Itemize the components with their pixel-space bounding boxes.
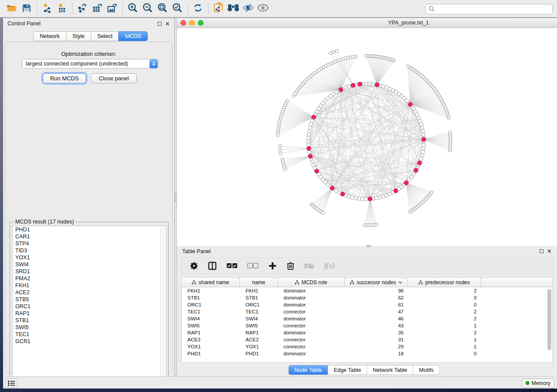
mcds-hub-node[interactable] (307, 146, 311, 151)
mcds-result-item[interactable]: GCR1 (13, 338, 166, 345)
table-cell[interactable]: dominator (278, 301, 345, 308)
import-table-button[interactable] (55, 2, 69, 16)
ring-node[interactable] (420, 126, 424, 129)
table-cell[interactable]: connector (278, 322, 345, 329)
table-cell[interactable]: 1 (408, 322, 481, 329)
select-all-columns-button[interactable] (226, 263, 238, 269)
ring-node[interactable] (421, 150, 425, 154)
ring-node[interactable] (307, 136, 310, 140)
table-cell[interactable]: connector (278, 343, 345, 350)
leaf-node[interactable] (364, 54, 367, 57)
leaf-node[interactable] (406, 65, 409, 68)
table-row[interactable]: FKH1FKH1dominator962 (182, 287, 552, 294)
add-column-button[interactable] (268, 261, 277, 270)
mcds-list-scrollbar[interactable] (160, 227, 166, 382)
zoom-in-button[interactable] (125, 2, 140, 16)
leaf-node[interactable] (279, 152, 282, 155)
mcds-hub-node[interactable] (394, 189, 398, 193)
table-cell[interactable]: 2 (408, 329, 481, 336)
leaf-node[interactable] (448, 131, 451, 134)
memory-button[interactable]: Memory (522, 378, 554, 388)
ring-node[interactable] (354, 196, 357, 200)
table-cell[interactable]: FKH1 (240, 287, 278, 294)
table-cell[interactable]: SWI5 (240, 322, 278, 329)
leaf-node[interactable] (284, 168, 287, 171)
table-cell[interactable]: connector (278, 308, 345, 315)
mcds-result-item[interactable]: TID3 (13, 247, 166, 254)
run-mcds-button[interactable]: Run MCDS (43, 73, 86, 83)
tab-select[interactable]: Select (91, 31, 119, 41)
mcds-result-item[interactable]: PMA2 (13, 275, 166, 282)
table-cell[interactable]: TEC1 (240, 308, 278, 315)
refresh-button[interactable] (190, 2, 205, 16)
table-cell[interactable]: SWI4 (240, 315, 278, 322)
tab-mcds[interactable]: MCDS (118, 31, 148, 41)
mcds-hub-node[interactable] (339, 88, 343, 92)
ring-node[interactable] (309, 123, 313, 126)
mcds-result-item[interactable]: SRD1 (13, 268, 166, 275)
mcds-hub-node[interactable] (422, 138, 426, 142)
table-cell[interactable]: YOX1 (240, 343, 278, 350)
mcds-hub-node[interactable] (341, 192, 345, 196)
deselect-all-columns-button[interactable] (247, 263, 259, 269)
leaf-node[interactable] (335, 49, 338, 52)
zoom-out-button[interactable] (140, 2, 155, 16)
table-cell[interactable]: RAP1 (182, 329, 240, 336)
mcds-hub-node[interactable] (351, 83, 356, 88)
table-cell[interactable]: dominator (278, 350, 345, 357)
ring-node[interactable] (371, 83, 375, 86)
table-cell[interactable]: FKH1 (182, 287, 240, 294)
mcds-result-item[interactable]: TEC1 (13, 331, 166, 338)
table-cell[interactable]: YOX1 (182, 343, 240, 350)
float-panel-icon[interactable] (158, 22, 162, 26)
table-cell[interactable]: 46 (345, 315, 408, 322)
float-panel-icon[interactable] (540, 249, 543, 253)
mcds-hub-node[interactable] (312, 115, 316, 119)
mcds-result-item[interactable]: ACE2 (13, 289, 166, 296)
column-header[interactable]: name (240, 278, 278, 287)
table-cell[interactable]: TEC1 (182, 308, 240, 315)
table-cell[interactable]: SWI4 (182, 315, 240, 322)
mcds-hub-node[interactable] (408, 102, 412, 107)
table-cell[interactable]: 62 (345, 294, 408, 301)
close-panel-icon[interactable]: ✕ (165, 22, 170, 26)
ring-node[interactable] (422, 147, 425, 150)
table-cell[interactable]: dominator (278, 294, 345, 301)
mcds-result-item[interactable]: ORC1 (13, 303, 166, 310)
tab-network-table[interactable]: Network Table (367, 365, 413, 375)
tab-network[interactable]: Network (33, 31, 66, 41)
close-panel-button[interactable]: Close panel (91, 73, 137, 83)
mcds-result-item[interactable]: STP4 (13, 240, 166, 247)
table-cell[interactable]: STB1 (182, 294, 240, 301)
ring-node[interactable] (419, 157, 423, 160)
mcds-hub-node[interactable] (308, 154, 313, 158)
leaf-node[interactable] (276, 134, 279, 137)
table-cell[interactable]: SWI5 (182, 322, 240, 329)
table-cell[interactable]: 43 (345, 322, 408, 329)
table-cell[interactable]: ORC1 (182, 301, 240, 308)
table-cell[interactable]: 29 (345, 343, 408, 350)
ring-node[interactable] (347, 195, 351, 198)
ring-node[interactable] (422, 133, 425, 136)
mcds-result-item[interactable]: PHD1 (13, 226, 166, 233)
clone-network-button[interactable] (211, 2, 226, 16)
delete-table-button[interactable] (304, 262, 315, 269)
column-header[interactable]: predecessor nodes (408, 278, 481, 287)
function-builder-button[interactable]: f(x) (324, 261, 335, 270)
mcds-result-item[interactable]: RAP1 (13, 310, 166, 317)
export-network-button[interactable] (75, 2, 90, 16)
zoom-fit-button[interactable] (155, 2, 170, 16)
mcds-hub-node[interactable] (315, 169, 319, 173)
table-cell[interactable]: 96 (345, 287, 408, 294)
ring-node[interactable] (422, 143, 426, 147)
ring-node[interactable] (307, 133, 311, 136)
table-cell[interactable]: 31 (345, 336, 408, 343)
search-input[interactable] (435, 5, 552, 13)
table-cell[interactable]: 35 (345, 329, 408, 336)
mcds-hub-node[interactable] (358, 82, 362, 86)
table-cell[interactable]: 2 (408, 287, 481, 294)
ring-node[interactable] (421, 129, 425, 133)
table-cell[interactable]: 0 (408, 301, 481, 308)
export-image-button[interactable] (105, 2, 120, 16)
settings-button[interactable] (190, 261, 198, 270)
